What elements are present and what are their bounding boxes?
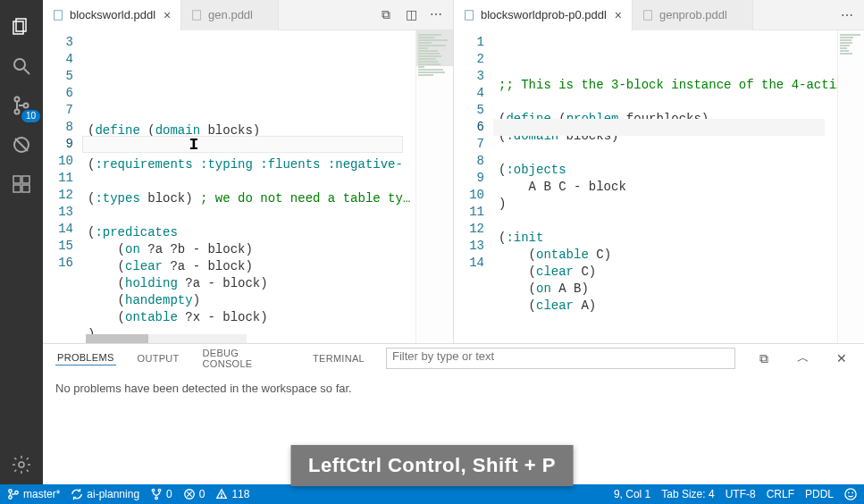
panel-tab-problems[interactable]: PROBLEMS xyxy=(55,352,116,365)
status-encoding[interactable]: UTF-8 xyxy=(726,488,756,500)
scm-badge: 10 xyxy=(21,110,40,122)
close-panel-icon[interactable]: ✕ xyxy=(833,351,851,365)
status-eol[interactable]: CRLF xyxy=(767,488,794,500)
problems-message: No problems have been detected in the wo… xyxy=(55,382,352,395)
svg-rect-12 xyxy=(22,185,29,192)
svg-point-21 xyxy=(152,489,155,491)
svg-point-18 xyxy=(9,490,13,493)
status-cursor-position[interactable]: 9, Col 1 xyxy=(614,488,650,500)
svg-point-6 xyxy=(24,104,29,108)
minimap[interactable] xyxy=(837,30,864,343)
fork-icon xyxy=(150,488,163,500)
settings-gear-icon[interactable] xyxy=(0,445,43,484)
text-cursor: I xyxy=(188,136,200,153)
split-editor-icon[interactable]: ◫ xyxy=(401,7,421,22)
svg-rect-16 xyxy=(466,10,474,20)
status-bar: master* ai-planning 0 0 118 9, Col 1 Tab… xyxy=(0,484,864,504)
tab-bar-right: blocksworldprob-p0.pddl × genprob.pddl ×… xyxy=(454,0,864,30)
line-gutter: 1234567891011121314 xyxy=(454,30,493,343)
svg-rect-14 xyxy=(55,10,63,20)
code-editor-left[interactable]: 345678910111213141516 I (define (domain … xyxy=(43,30,453,343)
status-language[interactable]: PDDL xyxy=(805,488,834,500)
svg-point-23 xyxy=(155,497,158,500)
svg-rect-0 xyxy=(16,19,26,31)
editor-group-left: blocksworld.pddl × gen.pddl × ⧉ ◫ ⋯ xyxy=(43,0,453,343)
debug-icon[interactable] xyxy=(0,125,43,164)
status-errors[interactable]: 0 xyxy=(183,488,206,500)
file-icon xyxy=(52,9,64,21)
tab-bar-left: blocksworld.pddl × gen.pddl × ⧉ ◫ ⋯ xyxy=(43,0,453,30)
panel-tab-debug-console[interactable]: DEBUG CONSOLE xyxy=(201,348,291,369)
svg-rect-9 xyxy=(13,176,21,183)
code-lines[interactable]: I (define (domain blocks) (:requirements… xyxy=(82,30,415,343)
code-lines[interactable]: ;; This is the 3-block instance of the 4… xyxy=(493,30,837,343)
filter-input-wrapper xyxy=(386,348,735,369)
status-forks[interactable]: 0 xyxy=(150,488,172,500)
tab-blocksworldprob[interactable]: blocksworldprob-p0.pddl × xyxy=(454,0,633,30)
panel-tab-output[interactable]: OUTPUT xyxy=(136,353,181,364)
svg-point-22 xyxy=(158,489,161,491)
editor-group-right: blocksworldprob-p0.pddl × genprob.pddl ×… xyxy=(453,0,864,343)
chevron-up-icon[interactable]: ︿ xyxy=(793,350,812,366)
source-control-icon[interactable]: 10 xyxy=(0,86,43,125)
status-warnings[interactable]: 118 xyxy=(215,488,249,500)
collapse-all-icon[interactable]: ⧉ xyxy=(755,351,774,366)
sync-icon xyxy=(71,488,83,500)
svg-point-2 xyxy=(14,59,25,70)
tab-label: gen.pddl xyxy=(208,8,253,21)
git-branch-icon xyxy=(7,488,20,500)
file-icon xyxy=(190,9,203,21)
warning-icon xyxy=(215,488,228,500)
activity-bar: 10 xyxy=(0,0,43,484)
svg-point-5 xyxy=(15,110,20,114)
panel-body: No problems have been detected in the wo… xyxy=(43,373,864,404)
tab-label: blocksworld.pddl xyxy=(70,8,155,21)
tab-actions: ⋯ xyxy=(834,8,860,22)
close-icon[interactable]: × xyxy=(161,8,173,22)
svg-point-28 xyxy=(222,496,222,497)
svg-point-31 xyxy=(851,491,853,493)
tab-gen[interactable]: gen.pddl × xyxy=(181,0,279,30)
horizontal-scrollbar[interactable] xyxy=(86,334,247,343)
file-icon xyxy=(463,9,475,21)
filter-input[interactable] xyxy=(392,349,729,363)
svg-line-8 xyxy=(15,139,28,151)
error-icon xyxy=(183,488,196,500)
svg-rect-17 xyxy=(644,10,652,20)
svg-rect-15 xyxy=(193,10,201,20)
tab-actions: ⧉ ◫ ⋯ xyxy=(373,7,449,22)
tab-label: genprob.pddl xyxy=(659,8,727,21)
more-icon[interactable]: ⋯ xyxy=(426,7,446,22)
tab-genprob[interactable]: genprob.pddl × xyxy=(633,0,753,30)
code-editor-right[interactable]: 1234567891011121314 ;; This is the 3-blo… xyxy=(454,30,864,343)
tab-blocksworld[interactable]: blocksworld.pddl × xyxy=(43,0,181,30)
status-branch[interactable]: master* xyxy=(7,488,60,500)
compare-icon[interactable]: ⧉ xyxy=(376,7,396,22)
svg-rect-11 xyxy=(13,185,21,192)
smiley-icon xyxy=(844,488,857,500)
line-gutter: 345678910111213141516 xyxy=(43,30,82,343)
panel-tab-terminal[interactable]: TERMINAL xyxy=(311,353,366,364)
minimap[interactable] xyxy=(415,30,453,343)
svg-line-3 xyxy=(24,69,29,74)
file-icon xyxy=(642,9,654,21)
extensions-icon[interactable] xyxy=(0,164,43,204)
svg-point-13 xyxy=(19,462,24,467)
svg-point-30 xyxy=(848,491,850,493)
keystroke-overlay: LeftCtrl Control, Shift + P xyxy=(290,445,574,486)
tab-label: blocksworldprob-p0.pddl xyxy=(481,8,607,21)
svg-point-20 xyxy=(15,491,19,495)
svg-rect-10 xyxy=(22,176,29,183)
search-icon[interactable] xyxy=(0,46,43,86)
close-icon[interactable]: × xyxy=(612,8,625,22)
svg-rect-1 xyxy=(13,21,23,34)
files-icon[interactable] xyxy=(0,7,43,46)
status-sync[interactable]: ai-planning xyxy=(71,488,139,500)
svg-point-19 xyxy=(9,496,13,500)
status-tab-size[interactable]: Tab Size: 4 xyxy=(661,488,714,500)
svg-point-29 xyxy=(845,489,856,500)
status-feedback-icon[interactable] xyxy=(844,488,857,500)
svg-point-4 xyxy=(15,97,20,102)
more-icon[interactable]: ⋯ xyxy=(837,8,857,22)
